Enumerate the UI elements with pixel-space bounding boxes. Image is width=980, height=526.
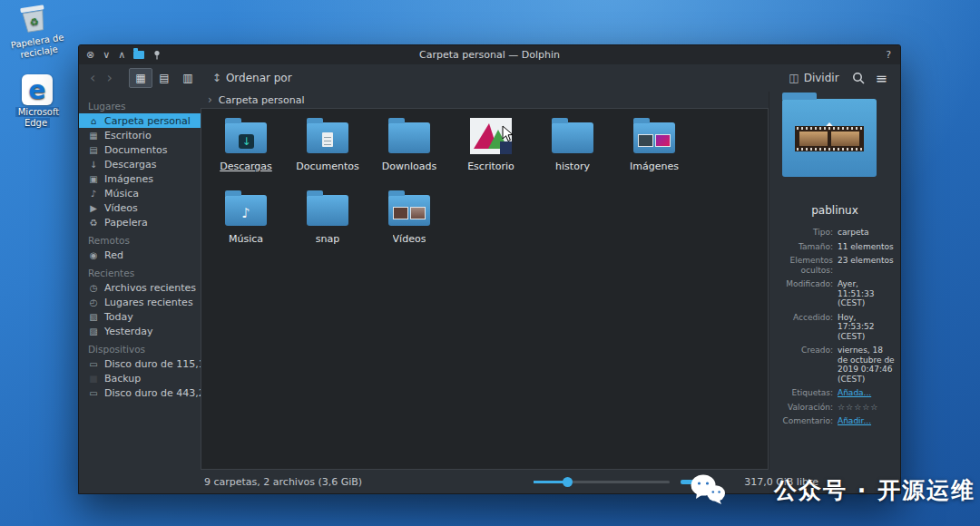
recycle-bin-icon: ♻: [16, 0, 50, 34]
document-emblem-icon: [322, 132, 333, 147]
compact-view-button[interactable]: ▥: [176, 68, 200, 88]
folder-descargas[interactable]: ↓ Descargas: [205, 114, 287, 187]
sidebar-item-videos[interactable]: ▶ Vídeos: [79, 200, 201, 215]
folder-icon: [386, 114, 433, 158]
sidebar-item-trash[interactable]: ♻ Papelera: [79, 215, 201, 229]
section-header-places: Lugares: [79, 95, 201, 113]
desktop-icon-edge[interactable]: e Microsoft Edge: [5, 74, 69, 128]
folder-musica[interactable]: ♪ Música: [205, 187, 287, 259]
add-tags-link[interactable]: Añada...: [838, 388, 895, 398]
download-emblem-icon: ↓: [239, 134, 254, 149]
selected-item-name: pablinux: [775, 204, 895, 217]
mouse-cursor: [502, 125, 514, 142]
hamburger-menu-icon[interactable]: ≡: [872, 70, 891, 87]
window-title: Carpeta personal — Dolphin: [419, 49, 560, 61]
window-content: Lugares ⌂ Carpeta personal ▦ Escritorio …: [79, 92, 900, 470]
sidebar-item-documents[interactable]: ▤ Documentos: [79, 142, 201, 157]
detail-label: Etiquetas:: [775, 388, 833, 398]
sidebar-item-disk-115[interactable]: ▭ Disco duro de 115,1 GiB: [79, 356, 201, 371]
zoom-slider-handle[interactable]: [563, 477, 573, 487]
folder-snap[interactable]: snap: [287, 187, 368, 259]
zoom-slider[interactable]: [534, 475, 670, 489]
information-panel: ⌂ pablinux Tipo: carpeta Tamaño: 11 elem…: [769, 92, 900, 470]
detail-value: viernes, 18 de octubre de 2019 0:47:46 (…: [838, 346, 895, 384]
folder-label: Vídeos: [393, 233, 426, 245]
music-icon: ♪: [88, 189, 99, 199]
documents-icon: ▤: [88, 145, 99, 155]
folder-documentos[interactable]: Documentos: [287, 114, 368, 187]
folder-label: Imágenes: [630, 161, 679, 172]
detail-row: Elementos ocultos: 23 elementos: [775, 256, 895, 275]
folder-escritorio[interactable]: Escritorio: [450, 114, 532, 187]
icons-view-button[interactable]: ▦: [129, 68, 152, 88]
sidebar-item-backup[interactable]: ■ Backup: [79, 371, 201, 385]
split-label: Dividir: [804, 72, 839, 84]
toolbar: ‹ › ▦ ▤ ▥ ↕ Ordenar por ◫ Dividir ≡: [79, 64, 900, 92]
folder-label: Escritorio: [467, 161, 514, 172]
detail-label: Tipo:: [775, 228, 833, 238]
folder-downloads[interactable]: Downloads: [368, 114, 450, 187]
clock-icon: ◴: [88, 297, 99, 307]
sidebar-item-music[interactable]: ♪ Música: [79, 186, 201, 200]
detail-value: Ayer, 11:51:33 (CEST): [838, 279, 895, 308]
sidebar-item-recent-files[interactable]: ◷ Archivos recientes: [79, 280, 201, 295]
detail-row: Tamaño: 11 elementos: [775, 242, 895, 252]
folder-videos[interactable]: Vídeos: [368, 187, 450, 259]
places-panel: Lugares ⌂ Carpeta personal ▦ Escritorio …: [79, 92, 201, 470]
sidebar-item-today[interactable]: ▧ Today: [79, 309, 201, 324]
preview-area: ⌂: [775, 95, 895, 186]
chevron-right-icon: ›: [208, 93, 212, 106]
split-button[interactable]: ◫ Dividir: [783, 70, 844, 86]
sort-by-button[interactable]: ↕ Ordenar por: [207, 70, 298, 86]
search-icon[interactable]: [852, 72, 865, 84]
detail-row: Valoración: ☆☆☆☆☆: [775, 403, 895, 413]
harddisk-icon: ▭: [88, 388, 99, 398]
sidebar-item-home[interactable]: ⌂ Carpeta personal: [79, 113, 201, 128]
rating-stars[interactable]: ☆☆☆☆☆: [838, 403, 895, 413]
photo-thumb-icon: [655, 134, 671, 147]
detail-label: Comentario:: [775, 416, 833, 426]
watermark-text: 公众号 · 开源运维: [774, 475, 975, 505]
center-column: › Carpeta personal ↓ Descargas: [201, 92, 769, 470]
videos-icon: ▶: [88, 203, 99, 213]
sidebar-item-disk-443[interactable]: ▭ Disco duro de 443,2 GiB: [79, 385, 201, 400]
help-button[interactable]: ?: [886, 49, 891, 61]
desktop-icon-label: Papelera de reciclaje: [5, 31, 72, 62]
sidebar-item-network[interactable]: ◉ Red: [79, 248, 201, 262]
back-button[interactable]: ‹: [88, 71, 97, 85]
home-icon: ⌂: [88, 116, 99, 126]
folder-label: Downloads: [382, 161, 436, 172]
breadcrumb-home[interactable]: Carpeta personal: [219, 94, 305, 106]
maximize-icon[interactable]: ∧: [118, 45, 125, 64]
sidebar-item-images[interactable]: ▣ Imágenes: [79, 171, 201, 186]
details-view-button[interactable]: ▤: [152, 68, 176, 88]
add-comment-link[interactable]: Añadir...: [838, 416, 895, 426]
detail-label: Tamaño:: [775, 242, 833, 252]
detail-value: Hoy, 17:53:52 (CEST): [838, 313, 895, 342]
sidebar-item-yesterday[interactable]: ▨ Yesterday: [79, 324, 201, 338]
close-icon[interactable]: ⊗: [86, 45, 94, 64]
titlebar[interactable]: ⊗ ∨ ∧ Carpeta personal — Dolphin ?: [79, 45, 900, 64]
forward-button[interactable]: ›: [104, 71, 113, 85]
sidebar-item-downloads[interactable]: ↓ Descargas: [79, 157, 201, 171]
folder-imagenes[interactable]: Imágenes: [613, 114, 695, 187]
folder-grid: ↓ Descargas Documentos Downloads: [205, 114, 764, 259]
folder-label: Documentos: [296, 161, 358, 172]
desktop-icon-recycle-bin[interactable]: ♻ Papelera de reciclaje: [0, 0, 71, 62]
sidebar-item-desktop[interactable]: ▦ Escritorio: [79, 128, 201, 142]
minimize-icon[interactable]: ∨: [103, 45, 110, 64]
breadcrumb: › Carpeta personal: [201, 92, 769, 108]
images-icon: ▣: [88, 174, 99, 184]
sidebar-item-recent-places[interactable]: ◴ Lugares recientes: [79, 295, 201, 309]
folder-icon: ♪: [222, 187, 270, 230]
folder-icon: [304, 114, 351, 158]
folder-icon: ↓: [222, 114, 270, 158]
folder-view[interactable]: ↓ Descargas Documentos Downloads: [201, 108, 769, 470]
folder-history[interactable]: history: [532, 114, 613, 187]
detail-value: 11 elementos: [838, 242, 895, 252]
section-header-remote: Remotos: [79, 229, 201, 248]
folder-label: snap: [316, 233, 339, 245]
home-folder-preview-icon: ⌂: [782, 99, 877, 177]
pin-icon[interactable]: [152, 50, 162, 60]
music-note-emblem-icon: ♪: [222, 205, 270, 221]
